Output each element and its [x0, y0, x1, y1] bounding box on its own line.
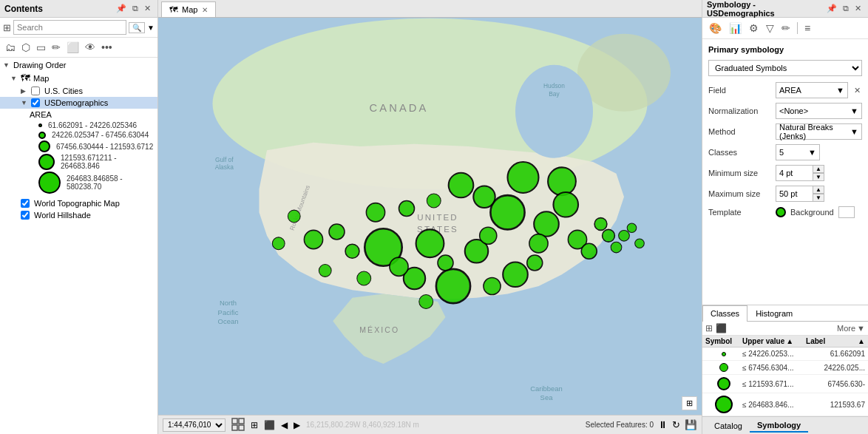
- sym-max-size-down[interactable]: ▼: [813, 194, 824, 202]
- sym-table-btn1[interactable]: ⊞: [705, 323, 713, 333]
- scale-select[interactable]: 1:44,476,010: [163, 418, 226, 432]
- sym-scroll-up-btn[interactable]: ▲: [858, 337, 865, 345]
- sym-method-input[interactable]: Natural Breaks (Jenks) ▼: [776, 123, 862, 140]
- sym-close-btn[interactable]: ✕: [852, 3, 864, 14]
- legend-item-1: 24226.025347 - 67456.63044: [0, 130, 157, 140]
- pause-btn[interactable]: ⏸: [658, 419, 668, 430]
- sym-max-size-up[interactable]: ▲: [813, 186, 824, 194]
- contents-toolbar: 🗂 ⬡ ▭ ✏ ⬜ 👁 •••: [0, 38, 157, 58]
- us-cities-item[interactable]: ▶ U.S. Cities: [0, 85, 157, 97]
- fit-btn[interactable]: ⊞: [251, 420, 258, 430]
- contents-tb-btn3[interactable]: ▭: [34, 40, 48, 55]
- sym-table-row-3[interactable]: ≤ 264683.846... 121593.67: [702, 393, 868, 416]
- sym-classes-value: 5: [779, 148, 784, 157]
- sym-style-btn[interactable]: ✏: [779, 21, 793, 35]
- contents-pin-btn[interactable]: 📌: [114, 3, 129, 14]
- sym-pin-btn[interactable]: 📌: [824, 3, 839, 14]
- drawing-order-expand[interactable]: ▼: [3, 61, 10, 69]
- us-demographics-item[interactable]: ▼ USDemographics: [0, 97, 157, 109]
- contents-title: Contents: [4, 4, 43, 14]
- svg-point-30: [581, 243, 597, 259]
- map-locator-btn[interactable]: ⊞: [682, 396, 697, 410]
- sym-table-row-2[interactable]: ≤ 121593.671... 67456.630-: [702, 375, 868, 393]
- sym-field-input[interactable]: AREA ▼: [776, 82, 848, 98]
- sym-field-clear-btn[interactable]: ✕: [852, 86, 862, 95]
- contents-tb-btn2[interactable]: ⬡: [19, 40, 33, 55]
- svg-point-52: [527, 255, 543, 271]
- us-cities-expand[interactable]: ▶: [21, 87, 28, 95]
- contents-tb-btn1[interactable]: 🗂: [3, 40, 18, 55]
- sym-gallery-btn[interactable]: 🎨: [707, 21, 724, 35]
- map-container: 🗺 Map ✕: [158, 0, 702, 434]
- contents-close-btn[interactable]: ✕: [142, 3, 153, 14]
- svg-text:MÉXICO: MÉXICO: [359, 325, 399, 334]
- sym-method-dropdown[interactable]: Graduated Symbols: [708, 60, 862, 76]
- svg-point-39: [345, 244, 359, 258]
- us-demographics-expand[interactable]: ▼: [21, 99, 28, 106]
- sym-min-size-down[interactable]: ▼: [813, 173, 824, 181]
- contents-tb-more[interactable]: •••: [99, 40, 115, 55]
- sym-more-tb-btn[interactable]: ≡: [802, 21, 813, 35]
- map-expand[interactable]: ▼: [10, 75, 18, 82]
- us-demographics-checkbox[interactable]: [31, 98, 40, 107]
- map-save-btn[interactable]: 💾: [685, 419, 697, 430]
- sym-row-label-2: 67456.630-: [813, 380, 865, 388]
- contents-search-dropdown[interactable]: ▼: [147, 24, 155, 32]
- world-topo-checkbox[interactable]: [21, 199, 30, 208]
- world-hillshade-checkbox[interactable]: [21, 211, 30, 220]
- extent-btn[interactable]: ⬛: [264, 420, 275, 430]
- sym-background-box[interactable]: [838, 206, 855, 218]
- svg-point-34: [619, 230, 630, 241]
- sym-toolbar: 🎨 📊 ⚙ ▽ ✏ ≡: [702, 18, 868, 39]
- us-cities-label: U.S. Cities: [44, 87, 83, 95]
- sym-unique-btn[interactable]: 📊: [727, 21, 744, 35]
- sym-method-dropdown-icon: ▼: [850, 127, 858, 136]
- sym-max-size-input[interactable]: [776, 186, 813, 202]
- sym-min-size-input[interactable]: [776, 165, 813, 181]
- contents-search-input[interactable]: [13, 20, 126, 35]
- sym-filter-btn[interactable]: ▽: [764, 21, 776, 35]
- sym-method-label: Method: [708, 127, 771, 136]
- svg-text:North: North: [220, 299, 237, 307]
- contents-filter-row: ⊞ 🔍 ▼: [0, 18, 157, 38]
- svg-text:UNITED: UNITED: [417, 213, 458, 222]
- sym-min-size-up[interactable]: ▲: [813, 165, 824, 173]
- svg-point-46: [529, 234, 548, 253]
- sym-classify-btn[interactable]: ⚙: [747, 21, 761, 35]
- sym-tab-classes[interactable]: Classes: [702, 305, 747, 322]
- map-tree-item[interactable]: ▼ 🗺 Map: [0, 71, 157, 85]
- sym-float-btn[interactable]: ⧉: [841, 3, 851, 14]
- sym-table-btn2[interactable]: ⬛: [716, 323, 727, 333]
- map-tab-close[interactable]: ✕: [202, 6, 208, 14]
- svg-rect-57: [239, 418, 244, 424]
- map-tab[interactable]: 🗺 Map ✕: [161, 1, 216, 17]
- sym-tab-histogram[interactable]: Histogram: [747, 305, 801, 321]
- sym-template-row: Template Background: [708, 206, 862, 218]
- sym-table-row-0[interactable]: ≤ 24226.0253... 61.662091: [702, 347, 868, 361]
- contents-tb-btn4[interactable]: ✏: [50, 40, 63, 55]
- contents-float-btn[interactable]: ⧉: [130, 3, 140, 14]
- world-hillshade-item[interactable]: World Hillshade: [0, 209, 157, 221]
- sym-more-label: More: [837, 324, 855, 333]
- svg-point-31: [603, 229, 615, 242]
- sym-table-row-1[interactable]: ≤ 67456.6304... 24226.025...: [702, 361, 868, 375]
- contents-search-btn[interactable]: 🔍: [129, 22, 145, 33]
- nav-prev-btn[interactable]: ◀: [281, 420, 288, 430]
- sym-col-upper-header[interactable]: Upper value ▲: [742, 337, 806, 345]
- sym-more-dropdown-btn[interactable]: More ▼: [837, 324, 865, 333]
- sym-table-area: ≤ 24226.0253... 61.662091 ≤ 67456.6304..…: [702, 347, 868, 416]
- contents-tb-btn5[interactable]: ⬜: [64, 40, 81, 55]
- world-topo-item[interactable]: World Topographic Map: [0, 197, 157, 209]
- svg-point-35: [627, 223, 637, 233]
- sym-norm-input[interactable]: <None> ▼: [776, 103, 862, 119]
- map-view[interactable]: CANADA UNITED STATES MÉXICO Gulf of Alas…: [158, 18, 702, 415]
- svg-point-33: [611, 242, 622, 253]
- tab-symbology[interactable]: Symbology: [750, 419, 808, 433]
- refresh-btn[interactable]: ↻: [672, 419, 680, 430]
- sym-template-dot[interactable]: [776, 207, 786, 217]
- sym-classes-input[interactable]: 5 ▼: [776, 144, 820, 160]
- tab-catalog[interactable]: Catalog: [707, 420, 750, 432]
- us-cities-checkbox[interactable]: [31, 87, 40, 95]
- contents-tb-btn6[interactable]: 👁: [83, 40, 98, 55]
- nav-next-btn[interactable]: ▶: [294, 420, 300, 430]
